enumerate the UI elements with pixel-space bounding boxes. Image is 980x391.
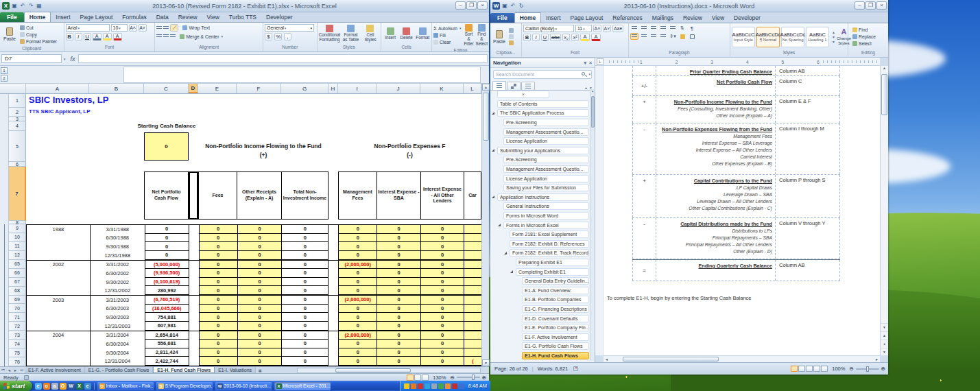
font-family-select[interactable]: Arial▾ — [66, 24, 110, 32]
cell[interactable]: 607,981 — [145, 322, 189, 331]
nav-chip[interactable]: E1-E. Portfolio Company Fin... — [522, 324, 589, 331]
word-tab-home[interactable]: Home — [514, 12, 542, 23]
weblayout-view-icon[interactable] — [806, 366, 813, 372]
excel-delete-button[interactable]: Delete — [399, 24, 414, 43]
zoom-in-icon[interactable]: ⊕ — [881, 366, 885, 372]
excel-font-color-button[interactable]: A — [113, 33, 122, 40]
row-header-6[interactable]: 6 — [9, 162, 26, 167]
table-row[interactable]: 9/30/20042,811,424000000 — [27, 348, 481, 357]
collapse-triangle-icon[interactable] — [492, 112, 494, 115]
save-icon[interactable]: ▣ — [501, 3, 508, 10]
cell[interactable]: (2,000,000) — [338, 296, 377, 305]
header-interest-other[interactable]: Interest Expense - All Other Lenders — [421, 172, 464, 219]
cell[interactable]: 280,992 — [145, 286, 189, 295]
word-select[interactable]: Select — [852, 40, 887, 47]
cell[interactable]: 0 — [237, 357, 282, 366]
scroll-down-icon[interactable]: ▼ — [482, 359, 490, 366]
excel-format-painter[interactable]: Format Painter — [20, 38, 57, 45]
cell[interactable] — [189, 340, 199, 348]
cell[interactable] — [27, 286, 90, 295]
row-header-10[interactable]: 10 — [9, 233, 26, 242]
cell[interactable] — [328, 313, 338, 322]
cell[interactable]: 9/30/2002 — [90, 278, 145, 287]
selected-cell-d7[interactable] — [189, 171, 198, 220]
cell[interactable]: 0 — [237, 313, 282, 322]
cell[interactable] — [189, 296, 199, 305]
header-other-receipts[interactable]: Other Receipts (Explain - A) — [237, 172, 282, 219]
row-header-3[interactable]: 3 — [9, 117, 26, 121]
cell[interactable]: 0 — [420, 331, 464, 340]
paste-button[interactable]: Paste — [1, 24, 18, 45]
header-total-noninvestment[interactable]: Total Non-Investment Income — [282, 172, 328, 219]
cell[interactable]: 0 — [377, 251, 420, 260]
worksheet-grid[interactable]: 123456789101112656667686970717273747576 … — [0, 94, 489, 366]
cell[interactable]: 0 — [199, 305, 237, 313]
data-table[interactable]: 19883/31/198800000006/30/198800000009/30… — [26, 224, 481, 366]
cell[interactable] — [27, 322, 90, 331]
scroll-down-icon[interactable]: ▼ — [881, 323, 888, 331]
cell[interactable] — [27, 278, 90, 287]
cell[interactable]: 0 — [281, 340, 328, 348]
word-highlight-color-button[interactable]: A — [580, 34, 590, 41]
cell[interactable]: 0 — [237, 331, 282, 340]
row-header-9[interactable]: 9 — [9, 224, 26, 233]
style-normal[interactable]: AaBbCcDc¶ Normal — [756, 27, 780, 47]
cell[interactable]: 0 — [338, 234, 377, 243]
select-all-corner[interactable] — [0, 84, 26, 93]
nav-chip[interactable]: Pre-Screening — [503, 156, 589, 163]
collapse-triangle-icon[interactable] — [492, 149, 494, 152]
cell[interactable] — [328, 348, 338, 357]
column-header-a[interactable]: A — [26, 84, 89, 93]
cell[interactable]: 0 — [377, 296, 420, 305]
cell[interactable] — [328, 305, 338, 313]
cell[interactable]: 0 — [338, 278, 377, 287]
numbering-icon[interactable] — [640, 25, 648, 32]
cell[interactable]: 0 — [420, 251, 464, 260]
scroll-up-icon[interactable]: ▲ — [482, 84, 490, 91]
tray-icon-6[interactable] — [445, 383, 451, 389]
scroll-up-icon[interactable]: ▲ — [590, 89, 595, 93]
fx-icon[interactable]: fx — [71, 56, 75, 62]
style-heading-1[interactable]: AaBbCHeading 1 — [806, 27, 829, 47]
scroll-left-icon[interactable]: ◄ — [605, 357, 608, 362]
row-header-1[interactable]: 1 — [9, 94, 26, 108]
formula-input-extended[interactable] — [123, 67, 481, 83]
cell[interactable]: 0 — [420, 242, 464, 251]
excel-number-item-button[interactable]: % — [274, 33, 282, 40]
outlook-task[interactable]: OInbox - Mailbox - Fink... — [97, 382, 154, 390]
cell[interactable]: 0 — [420, 357, 464, 366]
nav-chip[interactable]: Form 2181: Excel Supplement — [510, 230, 589, 238]
cell[interactable]: 0 — [237, 296, 282, 305]
cell[interactable] — [189, 278, 199, 287]
cell[interactable]: 0 — [237, 269, 282, 278]
redo-icon[interactable]: ↻ — [518, 3, 525, 10]
cell[interactable]: 0 — [281, 251, 328, 260]
cell[interactable]: 6/30/2002 — [90, 269, 145, 278]
cell[interactable] — [328, 234, 338, 243]
app-icon[interactable]: a — [51, 383, 58, 390]
search-icon[interactable] — [582, 72, 585, 75]
cell[interactable] — [464, 234, 481, 243]
cell[interactable]: 0 — [237, 251, 282, 260]
excel-tab-view[interactable]: View — [202, 12, 224, 22]
word-task[interactable]: W2013-06-10 (Instructi... — [215, 382, 272, 390]
table-row[interactable]: 9/30/2003754,881000000 — [27, 313, 481, 322]
cell[interactable]: 0 — [237, 305, 282, 313]
font-size-select[interactable]: 10▾ — [111, 24, 128, 32]
cell[interactable] — [27, 234, 90, 243]
line-spacing-icon[interactable]: ⇕▾ — [669, 33, 677, 40]
cell[interactable] — [328, 225, 338, 234]
decrease-indent-icon[interactable] — [659, 25, 667, 32]
table-row[interactable]: 9/30/2002(6,100,619)000000 — [27, 278, 481, 287]
row-header-70[interactable]: 70 — [9, 304, 26, 313]
nav-item-management-assessment-questio[interactable]: Management Assessment Questio... — [490, 127, 590, 137]
cell[interactable]: 0 — [377, 313, 420, 322]
table-row[interactable]: 12/31/2002280,992000000 — [27, 286, 481, 295]
excel-format-button[interactable]: Format — [415, 24, 430, 43]
word-x-button[interactable]: x₂ — [562, 34, 570, 41]
page-indicator[interactable]: Page: 26 of 26 — [494, 366, 528, 372]
excel-tab-review[interactable]: Review — [174, 12, 202, 22]
cell[interactable]: 12/31/1988 — [90, 251, 145, 260]
outline-level-1-button[interactable]: 1 — [1, 67, 8, 74]
excel-tab-formulas[interactable]: Formulas — [117, 12, 151, 22]
